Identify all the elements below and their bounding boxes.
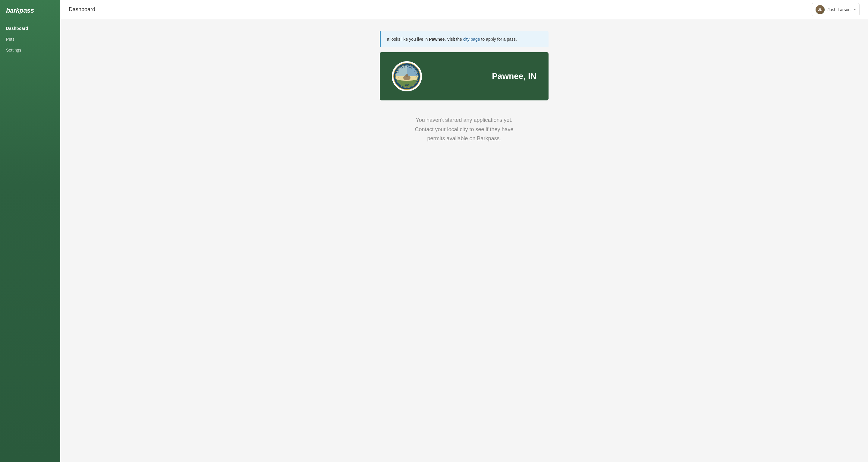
info-banner: It looks like you live in Pawnee. Visit … <box>380 31 549 47</box>
empty-state-line3: permits available on Barkpass. <box>380 134 549 143</box>
chevron-down-icon: ▾ <box>854 8 856 11</box>
city-name-display: Pawnee, IN <box>434 71 536 81</box>
sidebar-item-settings[interactable]: Settings <box>0 45 60 56</box>
seal-svg: CITY OF PAWNEE INDIANA ★ ★ 1817 <box>393 63 421 90</box>
empty-state: You haven't started any applications yet… <box>380 113 549 146</box>
banner-city-name: Pawnee <box>429 37 444 41</box>
empty-state-line1: You haven't started any applications yet… <box>380 115 549 125</box>
content-area: It looks like you live in Pawnee. Visit … <box>60 19 868 462</box>
app-logo[interactable]: barkpass <box>0 0 60 23</box>
svg-point-4 <box>405 74 408 77</box>
top-header: Dashboard JL Josh Larson ▾ <box>60 0 868 19</box>
city-card[interactable]: CITY OF PAWNEE INDIANA ★ ★ 1817 Pawnee, … <box>380 52 549 100</box>
empty-state-line2: Contact your local city to see if they h… <box>380 125 549 134</box>
sidebar: barkpass Dashboard Pets Settings <box>0 0 60 462</box>
sidebar-nav: Dashboard Pets Settings <box>0 23 60 56</box>
main-area: Dashboard JL Josh Larson ▾ It looks like… <box>60 0 868 462</box>
avatar: JL <box>815 5 825 14</box>
avatar-image: JL <box>815 5 825 14</box>
city-seal: CITY OF PAWNEE INDIANA ★ ★ 1817 <box>392 61 422 91</box>
banner-suffix: to apply for a pass. <box>480 37 517 41</box>
sidebar-item-dashboard[interactable]: Dashboard <box>0 23 60 34</box>
user-menu[interactable]: JL Josh Larson ▾ <box>812 3 860 16</box>
content-inner: It looks like you live in Pawnee. Visit … <box>380 31 549 146</box>
sidebar-item-pets[interactable]: Pets <box>0 34 60 45</box>
page-title: Dashboard <box>69 6 95 13</box>
user-name: Josh Larson <box>828 7 850 12</box>
banner-middle: . Visit the <box>444 37 463 41</box>
city-page-link[interactable]: city page <box>463 37 480 41</box>
banner-prefix: It looks like you live in <box>387 37 429 41</box>
svg-text:1817: 1817 <box>405 84 409 86</box>
